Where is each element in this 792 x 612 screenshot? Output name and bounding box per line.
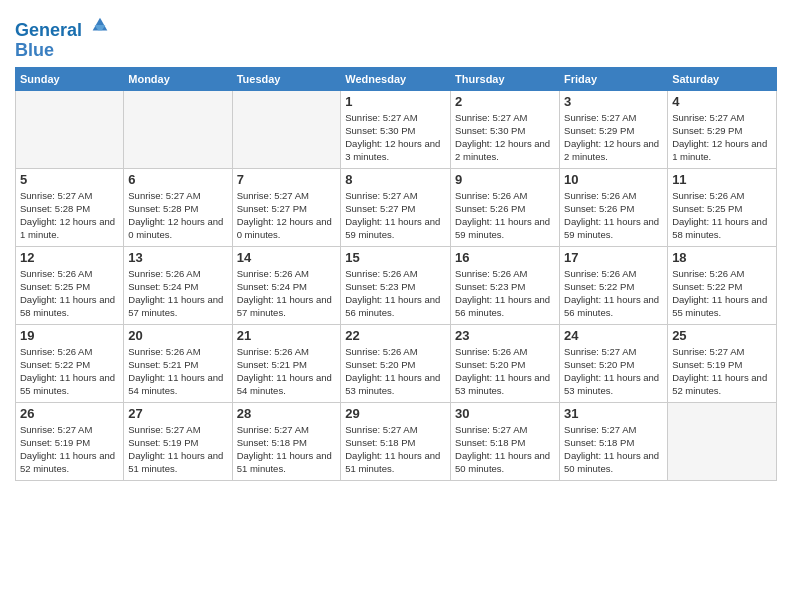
day-cell: 27 Sunrise: 5:27 AMSunset: 5:19 PMDaylig… (124, 402, 232, 480)
day-number: 24 (564, 328, 663, 343)
day-info: Sunrise: 5:27 AMSunset: 5:27 PMDaylight:… (237, 190, 332, 241)
day-number: 1 (345, 94, 446, 109)
day-cell: 22 Sunrise: 5:26 AMSunset: 5:20 PMDaylig… (341, 324, 451, 402)
calendar-table: SundayMondayTuesdayWednesdayThursdayFrid… (15, 67, 777, 481)
day-info: Sunrise: 5:27 AMSunset: 5:20 PMDaylight:… (564, 346, 659, 397)
day-cell (124, 90, 232, 168)
day-info: Sunrise: 5:27 AMSunset: 5:18 PMDaylight:… (455, 424, 550, 475)
day-cell: 2 Sunrise: 5:27 AMSunset: 5:30 PMDayligh… (451, 90, 560, 168)
day-number: 4 (672, 94, 772, 109)
day-info: Sunrise: 5:27 AMSunset: 5:29 PMDaylight:… (564, 112, 659, 163)
day-info: Sunrise: 5:26 AMSunset: 5:25 PMDaylight:… (672, 190, 767, 241)
day-number: 11 (672, 172, 772, 187)
day-number: 15 (345, 250, 446, 265)
day-number: 10 (564, 172, 663, 187)
day-info: Sunrise: 5:26 AMSunset: 5:26 PMDaylight:… (564, 190, 659, 241)
week-row-1: 5 Sunrise: 5:27 AMSunset: 5:28 PMDayligh… (16, 168, 777, 246)
day-cell: 12 Sunrise: 5:26 AMSunset: 5:25 PMDaylig… (16, 246, 124, 324)
day-number: 22 (345, 328, 446, 343)
day-info: Sunrise: 5:26 AMSunset: 5:24 PMDaylight:… (237, 268, 332, 319)
day-cell: 5 Sunrise: 5:27 AMSunset: 5:28 PMDayligh… (16, 168, 124, 246)
day-info: Sunrise: 5:27 AMSunset: 5:19 PMDaylight:… (672, 346, 767, 397)
logo: General Blue (15, 14, 111, 61)
day-info: Sunrise: 5:27 AMSunset: 5:19 PMDaylight:… (128, 424, 223, 475)
day-info: Sunrise: 5:27 AMSunset: 5:29 PMDaylight:… (672, 112, 767, 163)
day-cell: 1 Sunrise: 5:27 AMSunset: 5:30 PMDayligh… (341, 90, 451, 168)
day-cell: 11 Sunrise: 5:26 AMSunset: 5:25 PMDaylig… (668, 168, 777, 246)
day-info: Sunrise: 5:26 AMSunset: 5:22 PMDaylight:… (20, 346, 115, 397)
day-info: Sunrise: 5:27 AMSunset: 5:27 PMDaylight:… (345, 190, 440, 241)
day-cell (232, 90, 341, 168)
day-info: Sunrise: 5:26 AMSunset: 5:23 PMDaylight:… (455, 268, 550, 319)
day-cell: 13 Sunrise: 5:26 AMSunset: 5:24 PMDaylig… (124, 246, 232, 324)
day-info: Sunrise: 5:27 AMSunset: 5:30 PMDaylight:… (345, 112, 440, 163)
day-number: 21 (237, 328, 337, 343)
day-cell: 25 Sunrise: 5:27 AMSunset: 5:19 PMDaylig… (668, 324, 777, 402)
day-number: 28 (237, 406, 337, 421)
day-number: 25 (672, 328, 772, 343)
day-cell: 15 Sunrise: 5:26 AMSunset: 5:23 PMDaylig… (341, 246, 451, 324)
page-container: General Blue SundayMondayTuesdayWednesda… (0, 0, 792, 486)
day-cell: 9 Sunrise: 5:26 AMSunset: 5:26 PMDayligh… (451, 168, 560, 246)
day-cell: 16 Sunrise: 5:26 AMSunset: 5:23 PMDaylig… (451, 246, 560, 324)
day-info: Sunrise: 5:27 AMSunset: 5:28 PMDaylight:… (20, 190, 115, 241)
day-info: Sunrise: 5:26 AMSunset: 5:24 PMDaylight:… (128, 268, 223, 319)
day-cell: 17 Sunrise: 5:26 AMSunset: 5:22 PMDaylig… (560, 246, 668, 324)
day-cell: 7 Sunrise: 5:27 AMSunset: 5:27 PMDayligh… (232, 168, 341, 246)
weekday-header-friday: Friday (560, 67, 668, 90)
day-info: Sunrise: 5:27 AMSunset: 5:18 PMDaylight:… (564, 424, 659, 475)
day-number: 13 (128, 250, 227, 265)
weekday-header-saturday: Saturday (668, 67, 777, 90)
day-cell: 31 Sunrise: 5:27 AMSunset: 5:18 PMDaylig… (560, 402, 668, 480)
day-number: 29 (345, 406, 446, 421)
day-number: 5 (20, 172, 119, 187)
header: General Blue (15, 10, 777, 61)
day-number: 18 (672, 250, 772, 265)
day-cell: 20 Sunrise: 5:26 AMSunset: 5:21 PMDaylig… (124, 324, 232, 402)
week-row-3: 19 Sunrise: 5:26 AMSunset: 5:22 PMDaylig… (16, 324, 777, 402)
day-cell: 23 Sunrise: 5:26 AMSunset: 5:20 PMDaylig… (451, 324, 560, 402)
week-row-2: 12 Sunrise: 5:26 AMSunset: 5:25 PMDaylig… (16, 246, 777, 324)
day-cell: 24 Sunrise: 5:27 AMSunset: 5:20 PMDaylig… (560, 324, 668, 402)
day-info: Sunrise: 5:26 AMSunset: 5:23 PMDaylight:… (345, 268, 440, 319)
logo-blue: Blue (15, 41, 111, 61)
day-cell: 10 Sunrise: 5:26 AMSunset: 5:26 PMDaylig… (560, 168, 668, 246)
day-info: Sunrise: 5:26 AMSunset: 5:21 PMDaylight:… (128, 346, 223, 397)
day-number: 16 (455, 250, 555, 265)
day-number: 9 (455, 172, 555, 187)
day-number: 23 (455, 328, 555, 343)
day-cell: 28 Sunrise: 5:27 AMSunset: 5:18 PMDaylig… (232, 402, 341, 480)
day-number: 6 (128, 172, 227, 187)
day-cell: 21 Sunrise: 5:26 AMSunset: 5:21 PMDaylig… (232, 324, 341, 402)
day-info: Sunrise: 5:27 AMSunset: 5:18 PMDaylight:… (237, 424, 332, 475)
day-number: 2 (455, 94, 555, 109)
week-row-0: 1 Sunrise: 5:27 AMSunset: 5:30 PMDayligh… (16, 90, 777, 168)
weekday-header-monday: Monday (124, 67, 232, 90)
day-cell: 14 Sunrise: 5:26 AMSunset: 5:24 PMDaylig… (232, 246, 341, 324)
day-number: 3 (564, 94, 663, 109)
day-info: Sunrise: 5:26 AMSunset: 5:26 PMDaylight:… (455, 190, 550, 241)
day-info: Sunrise: 5:26 AMSunset: 5:20 PMDaylight:… (345, 346, 440, 397)
day-number: 8 (345, 172, 446, 187)
day-cell (16, 90, 124, 168)
day-cell: 6 Sunrise: 5:27 AMSunset: 5:28 PMDayligh… (124, 168, 232, 246)
week-row-4: 26 Sunrise: 5:27 AMSunset: 5:19 PMDaylig… (16, 402, 777, 480)
day-info: Sunrise: 5:27 AMSunset: 5:28 PMDaylight:… (128, 190, 223, 241)
logo-icon (89, 14, 111, 36)
day-cell: 3 Sunrise: 5:27 AMSunset: 5:29 PMDayligh… (560, 90, 668, 168)
day-number: 27 (128, 406, 227, 421)
calendar-body: 1 Sunrise: 5:27 AMSunset: 5:30 PMDayligh… (16, 90, 777, 480)
day-info: Sunrise: 5:26 AMSunset: 5:20 PMDaylight:… (455, 346, 550, 397)
day-cell: 4 Sunrise: 5:27 AMSunset: 5:29 PMDayligh… (668, 90, 777, 168)
day-info: Sunrise: 5:27 AMSunset: 5:30 PMDaylight:… (455, 112, 550, 163)
weekday-header-wednesday: Wednesday (341, 67, 451, 90)
weekday-header-row: SundayMondayTuesdayWednesdayThursdayFrid… (16, 67, 777, 90)
day-number: 14 (237, 250, 337, 265)
day-info: Sunrise: 5:26 AMSunset: 5:25 PMDaylight:… (20, 268, 115, 319)
day-cell: 8 Sunrise: 5:27 AMSunset: 5:27 PMDayligh… (341, 168, 451, 246)
day-cell: 30 Sunrise: 5:27 AMSunset: 5:18 PMDaylig… (451, 402, 560, 480)
logo-text: General (15, 14, 111, 41)
day-number: 26 (20, 406, 119, 421)
day-cell: 29 Sunrise: 5:27 AMSunset: 5:18 PMDaylig… (341, 402, 451, 480)
day-info: Sunrise: 5:27 AMSunset: 5:18 PMDaylight:… (345, 424, 440, 475)
